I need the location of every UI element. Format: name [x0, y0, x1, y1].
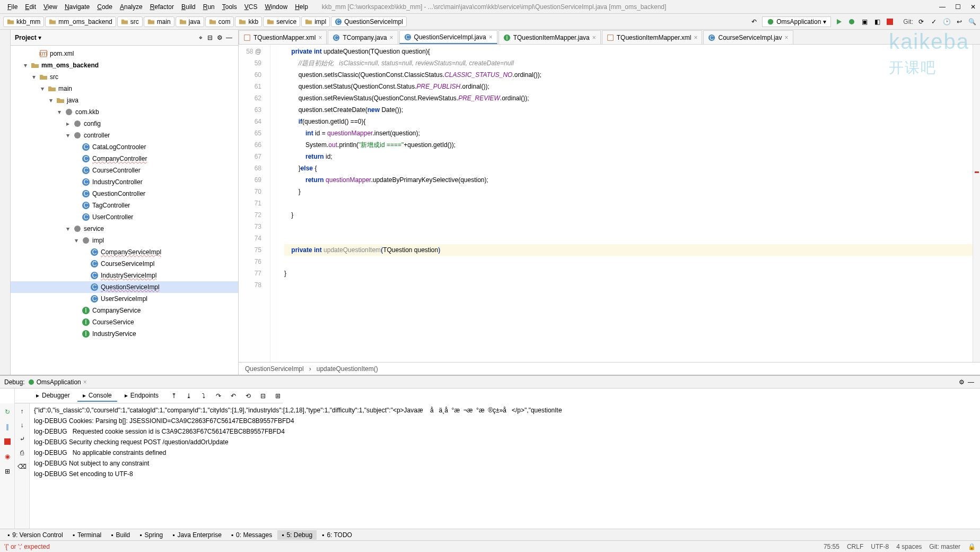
breadcrumb-service[interactable]: service — [263, 16, 300, 27]
git-revert-icon[interactable]: ↩ — [955, 17, 964, 27]
git-commit-icon[interactable]: ✓ — [929, 17, 939, 27]
close-tab-icon[interactable]: × — [489, 33, 493, 41]
tree-src[interactable]: ▾src — [11, 71, 238, 83]
git-history-icon[interactable]: 🕑 — [942, 17, 951, 27]
tree-impl[interactable]: ▾impl — [11, 235, 238, 246]
step-icon[interactable]: ↶ — [229, 391, 238, 401]
tab-CourseServiceImpl.jav[interactable]: CCourseServiceImpl.jav× — [703, 30, 793, 44]
bottom-tab-build[interactable]: ▪Build — [107, 530, 134, 540]
debug-config[interactable]: OmsApplication × — [28, 378, 87, 386]
close-tab-icon[interactable]: × — [318, 34, 322, 41]
breadcrumb-kkb[interactable]: kkb — [235, 16, 262, 27]
tree-pom.xml[interactable]: xmlpom.xml — [11, 48, 238, 59]
breakpoints-icon[interactable]: ◉ — [2, 451, 13, 462]
debug-tab-debugger[interactable]: ▸Debugger — [31, 390, 75, 402]
menu-view[interactable]: View — [40, 2, 60, 12]
menu-run[interactable]: Run — [200, 2, 218, 12]
clear-icon[interactable]: ⌫ — [18, 462, 27, 471]
debug-settings-icon[interactable]: ⚙ — [957, 377, 966, 387]
stop-icon[interactable] — [2, 436, 13, 447]
menu-edit[interactable]: Edit — [22, 2, 39, 12]
tree-config[interactable]: ▸config — [11, 118, 238, 130]
menu-help[interactable]: Help — [292, 2, 311, 12]
step-icon[interactable]: ⊞ — [273, 391, 283, 401]
menu-build[interactable]: Build — [178, 2, 199, 12]
bottom-tab-6--todo[interactable]: ▪6: TODO — [318, 530, 356, 540]
maximize-icon[interactable]: ☐ — [955, 3, 961, 11]
line-separator[interactable]: CRLF — [847, 543, 863, 550]
tree-IndustryController[interactable]: CIndustryController — [11, 176, 238, 188]
pause-icon[interactable]: ‖ — [2, 421, 13, 432]
breadcrumb-QuestionServiceImpl[interactable]: CQuestionServiceImpl — [331, 16, 407, 27]
console-output[interactable]: {"id":0,"is_classic":0,"courseId":1,"cat… — [30, 403, 980, 529]
layout-icon[interactable]: ⊞ — [2, 466, 13, 477]
project-tree[interactable]: xmlpom.xml▾mm_oms_backend▾src▾main▾java▾… — [11, 46, 238, 375]
settings-icon[interactable]: ⚙ — [215, 33, 224, 42]
fold-column[interactable] — [270, 45, 279, 362]
breadcrumb-main[interactable]: main — [144, 16, 174, 27]
tab-TQuestionItemMapper.xml[interactable]: TQuestionItemMapper.xml× — [602, 30, 703, 44]
tree-CourseController[interactable]: CCourseController — [11, 165, 238, 176]
tree-IndustryServiceImpl[interactable]: CIndustryServiceImpl — [11, 270, 238, 281]
run-button[interactable] — [834, 17, 844, 27]
close-icon[interactable]: ✕ — [970, 3, 976, 11]
step-icon[interactable]: ⤵ — [199, 391, 208, 401]
editor-breadcrumbs[interactable]: QuestionServiceImpl › updateQuestionItem… — [239, 362, 980, 375]
search-icon[interactable]: 🔍 — [967, 17, 977, 27]
tree-TagController[interactable]: CTagController — [11, 200, 238, 211]
tree-CourseService[interactable]: ICourseService — [11, 316, 238, 328]
caret-position[interactable]: 75:55 — [824, 543, 839, 550]
step-icon[interactable]: ↷ — [214, 391, 223, 401]
scroll-up-icon[interactable]: ↑ — [18, 407, 27, 416]
editor-scrollbar[interactable] — [973, 45, 980, 362]
breadcrumb-mm_oms_backend[interactable]: mm_oms_backend — [45, 16, 116, 27]
indent-info[interactable]: 4 spaces — [896, 543, 922, 550]
tree-CompanyService[interactable]: ICompanyService — [11, 305, 238, 316]
tab-QuestionServiceImpl.java[interactable]: CQuestionServiceImpl.java× — [399, 30, 497, 44]
crumb-class[interactable]: QuestionServiceImpl — [245, 365, 304, 373]
tree-CompanyController[interactable]: CCompanyController — [11, 153, 238, 165]
step-icon[interactable]: ⊟ — [258, 391, 268, 401]
tab-TCompany.java[interactable]: CTCompany.java× — [328, 30, 398, 44]
wrap-icon[interactable]: ⤶ — [18, 434, 27, 444]
git-branch[interactable]: Git: master — [929, 543, 960, 550]
print-icon[interactable]: ⎙ — [18, 448, 27, 458]
menu-navigate[interactable]: Navigate — [62, 2, 93, 12]
status-error[interactable]: '{' or ';' expected — [4, 543, 50, 550]
tree-QuestionController[interactable]: CQuestionController — [11, 188, 238, 200]
tree-CompanyServiceImpl[interactable]: CCompanyServiceImpl — [11, 246, 238, 258]
breadcrumb-impl[interactable]: impl — [301, 16, 330, 27]
step-icon[interactable]: ⤓ — [184, 391, 194, 401]
hide-icon[interactable]: — — [224, 33, 234, 42]
tree-UserServiceImpl[interactable]: CUserServiceImpl — [11, 293, 238, 305]
breadcrumb-java[interactable]: java — [176, 16, 204, 27]
run-cov-button[interactable]: ▣ — [860, 17, 869, 27]
tab-TQuestionItemMapper.java[interactable]: ITQuestionItemMapper.java× — [498, 30, 601, 44]
menu-code[interactable]: Code — [94, 2, 116, 12]
nav-back-icon[interactable]: ↶ — [749, 17, 759, 27]
menu-refactor[interactable]: Refactor — [147, 2, 177, 12]
menu-file[interactable]: File — [4, 2, 21, 12]
bottom-tab-java-enterprise[interactable]: ▪Java Enterprise — [168, 530, 226, 540]
step-icon[interactable]: ⤒ — [169, 391, 179, 401]
menu-tools[interactable]: Tools — [219, 2, 240, 12]
run-config-selector[interactable]: OmsApplication ▾ — [762, 16, 831, 27]
rerun-icon[interactable]: ↻ — [2, 407, 13, 417]
close-tab-icon[interactable]: × — [592, 34, 596, 41]
debug-tab-endpoints[interactable]: ▸Endpoints — [119, 390, 164, 402]
close-tab-icon[interactable]: × — [785, 34, 789, 41]
scroll-down-icon[interactable]: ↓ — [18, 420, 27, 430]
bottom-tab-terminal[interactable]: ▪Terminal — [68, 530, 106, 540]
bottom-tab-0--messages[interactable]: ▪0: Messages — [227, 530, 276, 540]
tree-com.kkb[interactable]: ▾com.kkb — [11, 106, 238, 118]
tab-TQuestionMapper.xml[interactable]: TQuestionMapper.xml× — [239, 30, 327, 44]
bottom-tab-5--debug[interactable]: ▪5: Debug — [277, 530, 317, 540]
minimize-icon[interactable]: — — [939, 3, 946, 11]
menu-analyze[interactable]: Analyze — [117, 2, 146, 12]
bottom-tab-9--version-control[interactable]: ▪9: Version Control — [3, 530, 67, 540]
tree-CourseServiceImpl[interactable]: CCourseServiceImpl — [11, 258, 238, 270]
tree-main[interactable]: ▾main — [11, 83, 238, 94]
collapse-icon[interactable]: ⊟ — [205, 33, 215, 42]
step-icon[interactable]: ⟲ — [243, 391, 253, 401]
crumb-method[interactable]: updateQuestionItem() — [317, 365, 378, 373]
